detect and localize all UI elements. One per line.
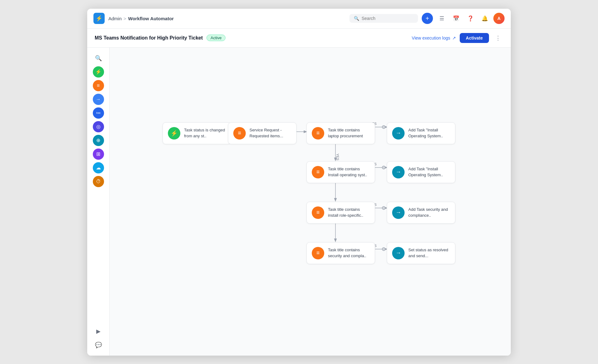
- sidebar-item-trigger[interactable]: ⚡: [93, 66, 104, 78]
- action4-icon: →: [392, 247, 405, 259]
- condition5-text: Task title contains security and compla.…: [328, 247, 370, 258]
- notifications-icon[interactable]: 🔔: [479, 13, 490, 24]
- breadcrumb-separator: >: [124, 16, 126, 21]
- sidebar-item-search[interactable]: 🔍: [93, 53, 104, 64]
- action4-node[interactable]: → Set status as resolved and send...: [387, 242, 455, 264]
- workflow-diagram: YES YES YES YES YES: [128, 60, 471, 247]
- search-box[interactable]: 🔍: [349, 14, 418, 23]
- add-button[interactable]: +: [422, 13, 433, 24]
- external-link-icon: ↗: [452, 35, 456, 40]
- breadcrumb-parent[interactable]: Admin: [108, 16, 122, 21]
- sidebar-item-action[interactable]: →: [93, 94, 104, 105]
- avatar[interactable]: A: [493, 13, 505, 24]
- calendar-icon[interactable]: 📅: [450, 13, 462, 24]
- sidebar-chat-icon[interactable]: 💬: [93, 339, 104, 351]
- workflow-canvas[interactable]: YES YES YES YES YES: [110, 48, 511, 356]
- view-logs-button[interactable]: View execution logs ↗: [412, 35, 456, 40]
- sidebar-item-condition[interactable]: ≡: [93, 80, 104, 91]
- svg-text:YES: YES: [336, 154, 339, 160]
- sidebar-item-integration[interactable]: ⊕: [93, 135, 104, 146]
- breadcrumb-current: Workflow Automator: [128, 16, 174, 21]
- action4-text: Set status as resolved and send...: [408, 247, 450, 258]
- svg-point-15: [382, 166, 385, 169]
- main-content: 🔍 ⚡ ≡ → ≔ ◎ ⊕ ⊞ ☁ ⏱ ▶ 💬: [87, 48, 511, 356]
- sidebar-play-icon[interactable]: ▶: [93, 326, 104, 337]
- condition2-text: Task title contains laptop procurement: [328, 127, 370, 139]
- view-logs-label: View execution logs: [412, 35, 450, 40]
- tasks-icon[interactable]: ☰: [436, 13, 447, 24]
- workflow-title: MS Teams Notification for High Priority …: [95, 35, 203, 41]
- condition1-text: Service Request - Requested items...: [249, 127, 291, 139]
- trigger-node[interactable]: ⚡ Task status is changed from any st..: [163, 122, 231, 144]
- condition1-icon: ≡: [233, 127, 246, 139]
- svg-point-17: [382, 248, 385, 251]
- sidebar-item-cloud[interactable]: ☁: [93, 162, 104, 173]
- condition3-icon: ≡: [312, 166, 324, 178]
- sidebar-item-timer[interactable]: ⏱: [93, 176, 104, 187]
- action2-node[interactable]: → Add Task "Install Operating System..: [387, 161, 455, 183]
- condition5-icon: ≡: [312, 247, 324, 259]
- condition3-node[interactable]: ≡ Task title contains Install operating …: [306, 161, 375, 183]
- condition1-node[interactable]: ≡ Service Request - Requested items...: [228, 122, 297, 144]
- sidebar-item-object[interactable]: ◎: [93, 121, 104, 132]
- condition3-text: Task title contains Install operating sy…: [328, 166, 370, 177]
- search-input[interactable]: [362, 16, 414, 21]
- action2-text: Add Task "Install Operating System..: [408, 166, 450, 177]
- svg-point-14: [382, 125, 385, 129]
- top-navigation: ⚡ Admin > Workflow Automator 🔍 + ☰ 📅 ❓ 🔔…: [87, 9, 511, 29]
- sidebar-item-filter[interactable]: ≔: [93, 107, 104, 119]
- search-icon: 🔍: [354, 16, 359, 21]
- action3-icon: →: [392, 206, 405, 219]
- sub-header: MS Teams Notification for High Priority …: [87, 29, 511, 48]
- action1-node[interactable]: → Add Task "Install Operating System..: [387, 122, 455, 144]
- status-badge: Active: [206, 35, 225, 41]
- app-logo[interactable]: ⚡: [93, 13, 105, 24]
- action1-text: Add Task "Install Operating System..: [408, 127, 450, 139]
- breadcrumb: Admin > Workflow Automator: [108, 16, 174, 21]
- sidebar: 🔍 ⚡ ≡ → ≔ ◎ ⊕ ⊞ ☁ ⏱ ▶ 💬: [87, 48, 110, 356]
- action2-icon: →: [392, 166, 405, 178]
- sidebar-item-connector[interactable]: ⊞: [93, 149, 104, 160]
- condition4-text: Task title contains install role-specifi…: [328, 207, 370, 218]
- condition2-node[interactable]: ≡ Task title contains laptop procurement: [306, 122, 375, 144]
- action3-text: Add Task security and compliance..: [408, 207, 450, 218]
- help-icon[interactable]: ❓: [465, 13, 476, 24]
- svg-point-16: [382, 206, 385, 210]
- sidebar-bottom: ▶ 💬: [93, 326, 104, 351]
- nav-actions: + ☰ 📅 ❓ 🔔 A: [422, 13, 505, 24]
- condition4-icon: ≡: [312, 206, 324, 219]
- trigger-icon: ⚡: [168, 127, 180, 139]
- condition5-node[interactable]: ≡ Task title contains security and compl…: [306, 242, 375, 264]
- condition4-node[interactable]: ≡ Task title contains install role-speci…: [306, 202, 375, 224]
- action1-icon: →: [392, 127, 405, 139]
- action3-node[interactable]: → Add Task security and compliance..: [387, 202, 455, 224]
- more-options-button[interactable]: ⋮: [493, 33, 503, 43]
- trigger-text: Task status is changed from any st..: [184, 127, 226, 139]
- condition2-icon: ≡: [312, 127, 324, 139]
- activate-button[interactable]: Activate: [460, 33, 489, 43]
